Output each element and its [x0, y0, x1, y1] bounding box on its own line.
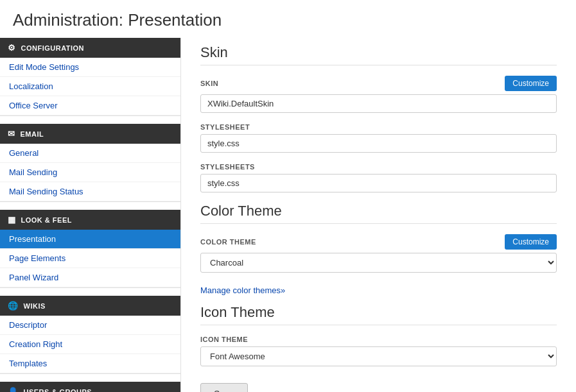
- stylesheets-input[interactable]: [200, 174, 557, 192]
- look-and-feel-icon: ▦: [8, 215, 16, 225]
- stylesheets-label: STYLESHEETS: [200, 163, 557, 171]
- color-theme-label: COLOR THEME: [200, 238, 256, 246]
- sidebar-section-label: CONFIGURATION: [21, 44, 85, 52]
- icon-theme-field-group: ICON THEME Font AwesomeSilkDefault: [200, 336, 557, 366]
- sidebar: ⚙CONFIGURATIONEdit Mode SettingsLocaliza…: [0, 38, 181, 392]
- color-theme-section-title: Color Theme: [200, 203, 557, 224]
- color-theme-label-row: COLOR THEME Customize: [200, 234, 557, 250]
- color-theme-select[interactable]: CharcoalDefaultLightDark: [200, 253, 557, 273]
- sidebar-section-wikis: 🌐WIKIS: [0, 296, 180, 316]
- stylesheet-field-group: STYLESHEET: [200, 123, 557, 153]
- page-wrapper: Administration: Presentation ⚙CONFIGURAT…: [0, 0, 576, 392]
- main-content: Skin SKIN Customize STYLESHEET STYLESHEE…: [181, 38, 576, 392]
- skin-field-group: SKIN Customize: [200, 76, 557, 113]
- content-area: ⚙CONFIGURATIONEdit Mode SettingsLocaliza…: [0, 38, 576, 392]
- sidebar-section-configuration: ⚙CONFIGURATION: [0, 38, 180, 58]
- sidebar-item-descriptor[interactable]: Descriptor: [0, 316, 180, 335]
- stylesheets-field-group: STYLESHEETS: [200, 163, 557, 192]
- skin-customize-button[interactable]: Customize: [505, 76, 557, 91]
- sidebar-section-label: EMAIL: [21, 130, 44, 138]
- sidebar-section-label: USERS & GROUPS: [24, 388, 92, 393]
- sidebar-item-office-server[interactable]: Office Server: [0, 96, 180, 115]
- skin-label-row: SKIN Customize: [200, 76, 557, 91]
- sidebar-item-presentation[interactable]: Presentation: [0, 230, 180, 249]
- manage-color-themes-link[interactable]: Manage color themes»: [200, 285, 285, 295]
- icon-theme-section-title: Icon Theme: [200, 304, 557, 325]
- sidebar-item-edit-mode-settings[interactable]: Edit Mode Settings: [0, 58, 180, 77]
- sidebar-item-templates[interactable]: Templates: [0, 354, 180, 373]
- configuration-icon: ⚙: [8, 43, 16, 53]
- users-and-groups-icon: 👤: [8, 387, 19, 392]
- sidebar-section-label: LOOK & FEEL: [21, 216, 72, 224]
- sidebar-item-creation-right[interactable]: Creation Right: [0, 335, 180, 354]
- skin-section-title: Skin: [200, 44, 557, 65]
- wikis-icon: 🌐: [8, 301, 19, 311]
- stylesheet-label: STYLESHEET: [200, 123, 557, 131]
- page-title: Administration: Presentation: [0, 0, 576, 38]
- sidebar-item-mail-sending[interactable]: Mail Sending: [0, 163, 180, 182]
- sidebar-item-mail-sending-status[interactable]: Mail Sending Status: [0, 182, 180, 201]
- sidebar-section-users-and-groups: 👤USERS & GROUPS: [0, 382, 180, 392]
- color-theme-field-group: COLOR THEME Customize CharcoalDefaultLig…: [200, 234, 557, 273]
- sidebar-section-look-and-feel: ▦LOOK & FEEL: [0, 210, 180, 230]
- sidebar-item-page-elements[interactable]: Page Elements: [0, 249, 180, 268]
- icon-theme-label: ICON THEME: [200, 336, 557, 343]
- sidebar-section-email: ✉EMAIL: [0, 124, 180, 144]
- stylesheet-input[interactable]: [200, 134, 557, 153]
- sidebar-item-panel-wizard[interactable]: Panel Wizard: [0, 268, 180, 287]
- icon-theme-select[interactable]: Font AwesomeSilkDefault: [200, 346, 557, 366]
- save-button[interactable]: Save: [200, 383, 248, 392]
- skin-input[interactable]: [200, 94, 557, 113]
- sidebar-item-general[interactable]: General: [0, 144, 180, 163]
- email-icon: ✉: [8, 129, 15, 139]
- color-theme-customize-button[interactable]: Customize: [505, 234, 557, 250]
- skin-label: SKIN: [200, 80, 218, 87]
- sidebar-section-label: WIKIS: [24, 302, 46, 310]
- sidebar-item-localization[interactable]: Localization: [0, 77, 180, 96]
